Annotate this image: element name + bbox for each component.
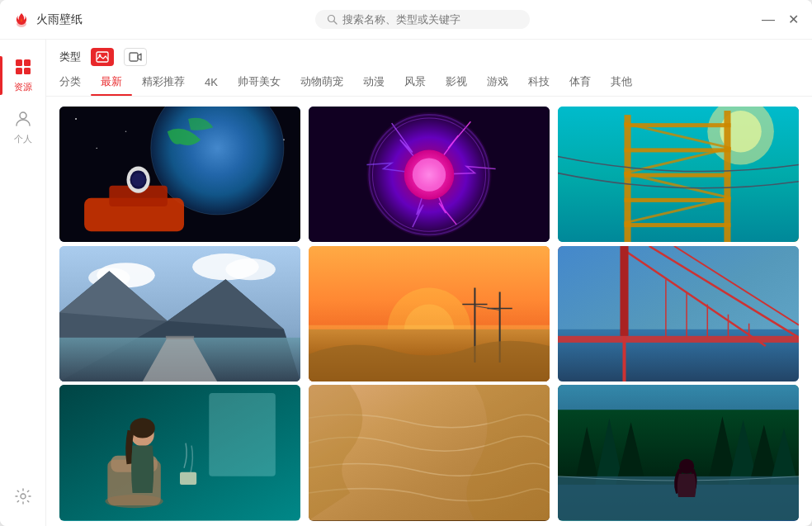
main-content: 资源 个人	[0, 40, 812, 526]
wallpaper-item[interactable]	[59, 246, 300, 381]
minimize-button[interactable]: —	[762, 14, 774, 26]
sidebar: 资源 个人	[0, 40, 46, 526]
search-input[interactable]	[342, 13, 516, 26]
video-type-button[interactable]	[124, 48, 147, 66]
sidebar-item-resource[interactable]: 资源	[0, 50, 45, 102]
search-bar	[83, 10, 762, 29]
app-title: 火雨壁纸	[36, 12, 83, 27]
svg-rect-3	[16, 59, 22, 66]
wallpaper-item[interactable]	[558, 385, 799, 520]
resource-icon	[14, 58, 32, 78]
search-icon	[327, 14, 338, 25]
cat-anime[interactable]: 动漫	[353, 74, 394, 96]
cat-tech[interactable]: 科技	[518, 74, 559, 96]
svg-point-8	[21, 494, 26, 499]
svg-rect-5	[16, 68, 22, 74]
toolbar-top: 类型	[59, 48, 799, 66]
cat-handsome[interactable]: 帅哥美女	[228, 74, 290, 96]
cat-movies[interactable]: 影视	[436, 74, 477, 96]
title-bar-left: 火雨壁纸	[13, 12, 83, 28]
content-area: 类型	[46, 40, 812, 526]
svg-rect-11	[130, 53, 138, 61]
cat-scenery[interactable]: 风景	[394, 74, 436, 96]
wallpaper-grid	[46, 97, 812, 526]
cat-other[interactable]: 其他	[601, 74, 642, 96]
cat-featured[interactable]: 精彩推荐	[132, 74, 195, 96]
wallpaper-item[interactable]	[59, 385, 300, 520]
title-bar-right: — ✕	[762, 14, 799, 26]
svg-point-7	[20, 112, 26, 119]
app-logo-icon	[13, 12, 30, 28]
wallpaper-item[interactable]	[59, 107, 300, 242]
cat-latest[interactable]: 最新	[91, 74, 132, 96]
svg-rect-4	[24, 59, 31, 66]
sidebar-item-personal-label: 个人	[14, 133, 32, 145]
image-type-button[interactable]	[91, 48, 114, 66]
cat-4k[interactable]: 4K	[195, 76, 228, 95]
category-nav: 分类 最新 精彩推荐 4K 帅哥美女 动物萌宠 动漫 风景 影视 游戏 科技 体…	[59, 74, 799, 96]
toolbar-category-label: 类型	[59, 50, 81, 64]
cat-all[interactable]: 分类	[59, 74, 91, 96]
wallpaper-item[interactable]	[309, 246, 550, 381]
title-bar: 火雨壁纸 — ✕	[0, 0, 812, 40]
cat-animals[interactable]: 动物萌宠	[290, 74, 353, 96]
toolbar: 类型	[46, 40, 812, 97]
sidebar-item-resource-label: 资源	[14, 81, 32, 93]
wallpaper-item[interactable]	[309, 385, 550, 520]
cat-games[interactable]: 游戏	[477, 74, 518, 96]
sidebar-item-personal[interactable]: 个人	[0, 102, 45, 154]
close-button[interactable]: ✕	[787, 14, 799, 26]
personal-icon	[14, 110, 32, 130]
app-window: 火雨壁纸 — ✕	[0, 0, 812, 526]
cat-sports[interactable]: 体育	[559, 74, 601, 96]
search-input-wrap[interactable]	[315, 10, 530, 29]
svg-line-2	[334, 21, 338, 25]
settings-icon	[14, 487, 32, 508]
sidebar-item-settings[interactable]	[0, 479, 45, 516]
wallpaper-item[interactable]	[309, 107, 550, 242]
svg-rect-6	[24, 68, 31, 74]
wallpaper-item[interactable]	[558, 107, 799, 242]
wallpaper-item[interactable]	[558, 246, 799, 381]
